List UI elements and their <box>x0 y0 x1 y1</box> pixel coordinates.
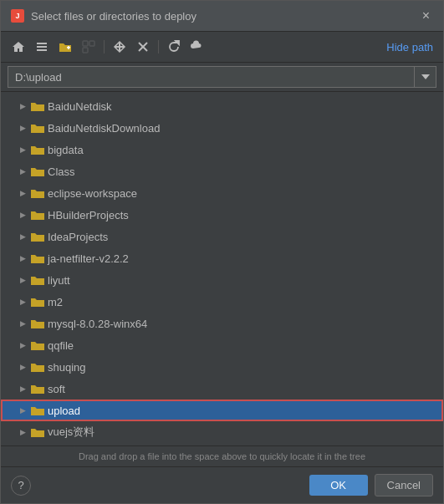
folder-icon <box>31 273 44 287</box>
item-label: vuejs资料 <box>48 425 94 440</box>
drag-hint: Drag and drop a file into the space abov… <box>1 445 443 466</box>
cloud-button[interactable] <box>186 37 208 57</box>
toolbar-sep-1 <box>104 40 105 53</box>
folder-icon <box>31 252 44 265</box>
help-button[interactable]: ? <box>11 476 31 496</box>
chevron-icon: ▶ <box>18 166 28 176</box>
svg-rect-4 <box>37 49 47 51</box>
chevron-icon: ▶ <box>18 188 28 198</box>
tree-item-BaiduNetdiskDownload[interactable]: ▶ BaiduNetdiskDownload <box>1 117 443 139</box>
folder-icon <box>31 186 44 200</box>
item-label: BaiduNetdisk <box>48 100 112 113</box>
item-label: Class <box>48 165 75 178</box>
tree-item-mysql[interactable]: ▶ mysql-8.0.28-winx64 <box>1 313 443 334</box>
tree-item-soft[interactable]: ▶ soft <box>1 378 443 400</box>
dialog-title: Select files or directories to deploy <box>31 10 196 23</box>
chevron-icon: ▶ <box>18 427 28 437</box>
chevron-icon: ▶ <box>18 123 28 133</box>
path-dropdown[interactable] <box>415 66 436 88</box>
tree-item-qqfile[interactable]: ▶ qqfile <box>1 334 443 356</box>
svg-rect-8 <box>89 41 94 46</box>
tree-item-IdeaProjects[interactable]: ▶ IdeaProjects <box>1 226 443 247</box>
toolbar-buttons <box>8 37 208 57</box>
collapse-button[interactable] <box>78 37 100 57</box>
chevron-icon: ▶ <box>18 362 28 372</box>
folder-icon <box>31 143 44 156</box>
toolbar-sep-2 <box>158 40 159 53</box>
svg-rect-6 <box>68 46 69 49</box>
item-label: qqfile <box>48 339 74 352</box>
svg-text:J: J <box>15 12 19 20</box>
title-bar: J Select files or directories to deploy … <box>1 1 443 32</box>
item-label: HBuilderProjects <box>48 209 129 221</box>
item-label: soft <box>48 383 65 395</box>
tree-item-bigdata[interactable]: ▶ bigdata <box>1 139 443 160</box>
chevron-icon: ▶ <box>18 101 28 111</box>
folder-icon <box>31 339 44 352</box>
svg-rect-2 <box>37 43 47 44</box>
path-bar <box>1 63 443 92</box>
home-button[interactable] <box>8 37 29 57</box>
svg-rect-9 <box>83 48 88 53</box>
folder-icon <box>31 382 44 395</box>
dialog: J Select files or directories to deploy … <box>0 0 444 504</box>
path-input[interactable] <box>8 66 415 88</box>
svg-rect-7 <box>83 41 88 46</box>
app-icon: J <box>11 9 24 23</box>
svg-rect-3 <box>37 46 47 48</box>
folder-icon <box>31 121 44 135</box>
folder-icon <box>31 295 44 308</box>
item-label: eclipse-workspace <box>48 187 137 200</box>
chevron-icon: ▶ <box>18 275 28 285</box>
folder-icon <box>31 99 44 113</box>
item-label: mysql-8.0.28-winx64 <box>48 318 147 330</box>
item-label: m2 <box>48 296 63 308</box>
cancel-button[interactable]: Cancel <box>375 474 433 496</box>
item-label: shuqing <box>48 361 86 374</box>
folder-icon <box>31 165 44 178</box>
chevron-icon: ▶ <box>18 318 28 328</box>
folder-icon <box>31 404 44 417</box>
tree-item-ja-netfilter[interactable]: ▶ ja-netfilter-v2.2.2 <box>1 247 443 269</box>
tree-item-m2[interactable]: ▶ m2 <box>1 291 443 313</box>
tree-item-upload[interactable]: ▶ upload <box>1 400 443 421</box>
folder-icon <box>31 425 44 439</box>
close-button[interactable]: × <box>419 8 433 24</box>
tree-item-Class[interactable]: ▶ Class <box>1 160 443 182</box>
item-label: BaiduNetdiskDownload <box>48 122 160 135</box>
delete-button[interactable] <box>132 37 154 57</box>
hide-path-button[interactable]: Hide path <box>383 39 436 55</box>
tree-item-vuejs[interactable]: ▶ vuejs资料 <box>1 421 443 443</box>
new-folder-button[interactable] <box>54 37 76 57</box>
chevron-icon: ▶ <box>18 405 28 415</box>
folder-icon <box>31 230 44 243</box>
list-view-button[interactable] <box>31 37 53 57</box>
ok-button[interactable]: OK <box>309 475 368 496</box>
item-label: ja-netfilter-v2.2.2 <box>48 252 129 265</box>
folder-icon <box>31 208 44 221</box>
chevron-icon: ▶ <box>18 384 28 394</box>
folder-icon <box>31 317 44 330</box>
tree-item-HBuilderProjects[interactable]: ▶ HBuilderProjects <box>1 204 443 226</box>
chevron-icon: ▶ <box>18 232 28 242</box>
refresh-button[interactable] <box>163 37 185 57</box>
chevron-icon: ▶ <box>18 210 28 220</box>
chevron-icon: ▶ <box>18 253 28 263</box>
tree-item-liyutt[interactable]: ▶ liyutt <box>1 269 443 291</box>
chevron-icon: ▶ <box>18 297 28 307</box>
move-button[interactable] <box>109 37 130 57</box>
item-label: bigdata <box>48 144 84 156</box>
toolbar: Hide path <box>1 32 443 63</box>
tree-item-BaiduNetdisk[interactable]: ▶ BaiduNetdisk <box>1 95 443 117</box>
item-label: upload <box>48 405 80 417</box>
item-label: liyutt <box>48 274 70 287</box>
item-label: IdeaProjects <box>48 231 108 243</box>
file-tree: ▶ BaiduNetdisk ▶ BaiduNetdiskDownload ▶ … <box>1 92 443 445</box>
button-row: ? OK Cancel <box>1 466 443 503</box>
tree-item-shuqing[interactable]: ▶ shuqing <box>1 356 443 378</box>
chevron-icon: ▶ <box>18 145 28 155</box>
chevron-icon: ▶ <box>18 340 28 350</box>
folder-icon <box>31 360 44 374</box>
tree-item-eclipse-workspace[interactable]: ▶ eclipse-workspace <box>1 182 443 204</box>
title-bar-left: J Select files or directories to deploy <box>11 9 196 23</box>
